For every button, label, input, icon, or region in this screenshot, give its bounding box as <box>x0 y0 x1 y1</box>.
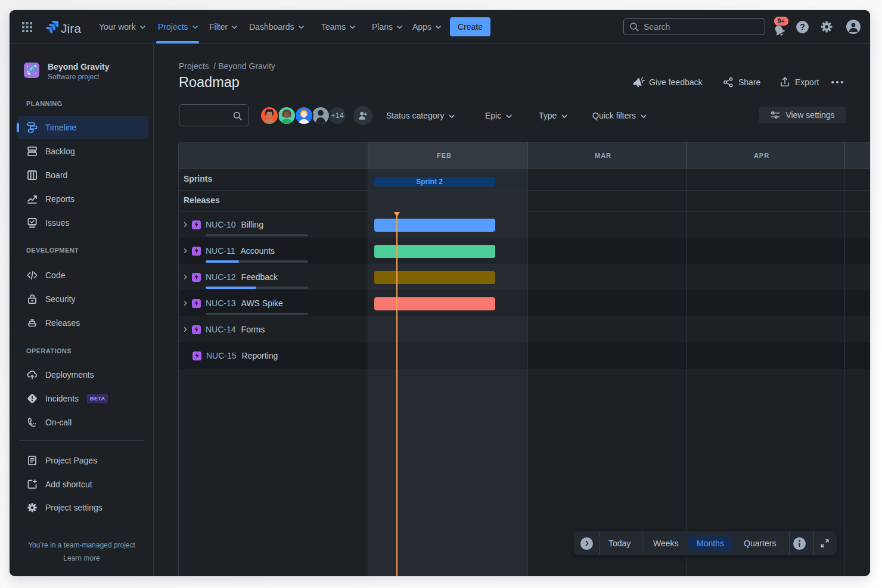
svg-text:?: ? <box>800 22 805 32</box>
